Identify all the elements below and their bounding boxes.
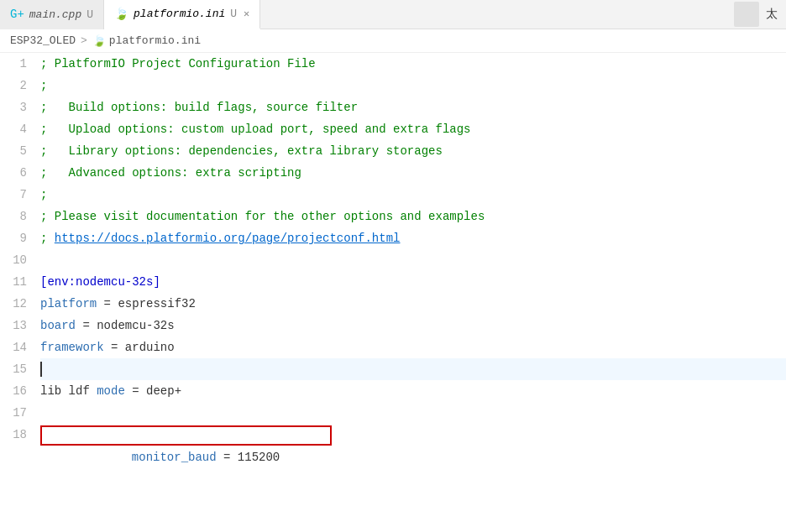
code-line-5: ; Library options: dependencies, extra l… <box>40 140 786 162</box>
pio-tab-icon: 🍃 <box>114 7 128 21</box>
code-link-9[interactable]: https://docs.platformio.org/page/project… <box>55 227 401 249</box>
line-num-15: 15 <box>0 358 34 380</box>
line-num-16: 16 <box>0 380 34 402</box>
tab-label-pio: platformio.ini <box>134 8 225 20</box>
cursor <box>40 362 42 377</box>
code-line-3: ; Build options: build flags, source fil… <box>40 96 786 118</box>
code-text-4: ; Upload options: custom upload port, sp… <box>40 118 470 140</box>
code-line-9: ; https://docs.platformio.org/page/proje… <box>40 227 786 249</box>
code-key-12: platform <box>40 293 97 315</box>
code-line-10 <box>40 249 786 271</box>
code-content: ; PlatformIO Project Configuration File … <box>34 53 786 532</box>
code-val-13: = nodemcu-32s <box>76 315 175 336</box>
breadcrumb-separator: > <box>81 34 87 47</box>
code-val-12: = espressif32 <box>97 293 196 315</box>
code-key-14: framework <box>40 336 104 358</box>
editor: 1 2 3 4 5 6 7 8 9 10 11 12 13 14 15 16 1… <box>0 53 786 532</box>
code-text-8: ; Please visit documentation for the oth… <box>40 206 485 227</box>
code-line-11: [env:nodemcu-32s] <box>40 271 786 293</box>
line-num-18: 18 <box>0 424 34 446</box>
code-text-6: ; Advanced options: extra scripting <box>40 162 301 184</box>
breadcrumb-file: platformio.ini <box>109 34 201 47</box>
code-text-3: ; Build options: build flags, source fil… <box>40 96 358 118</box>
code-line-12: platform = espressif32 <box>40 293 786 315</box>
code-line-2: ; <box>40 75 786 96</box>
code-text-5: ; Library options: dependencies, extra l… <box>40 140 443 162</box>
line-num-6: 6 <box>0 162 34 184</box>
line-num-12: 12 <box>0 293 34 315</box>
tab-label-main-cpp: main.cpp <box>29 8 81 21</box>
app-container: G+ main.cpp U 🍃 platformio.ini U ✕ 太 ESP… <box>0 0 786 532</box>
line-numbers: 1 2 3 4 5 6 7 8 9 10 11 12 13 14 15 16 1… <box>0 53 34 532</box>
code-line-18: monitor_baud = 115200 <box>40 424 786 446</box>
highlight-box: monitor_baud = 115200 <box>40 425 332 446</box>
code-line-16: lib ldf mode = deep+ <box>40 380 786 402</box>
top-right-thumbnail <box>734 2 759 27</box>
line-num-17: 17 <box>0 402 34 424</box>
line-num-2: 2 <box>0 75 34 96</box>
code-line-17 <box>40 402 786 424</box>
code-line-6: ; Advanced options: extra scripting <box>40 162 786 184</box>
tab-platformio-ini[interactable]: 🍃 platformio.ini U ✕ <box>104 0 260 29</box>
code-line-8: ; Please visit documentation for the oth… <box>40 206 786 227</box>
code-text-11: [env:nodemcu-32s] <box>40 271 160 293</box>
tab-close-button[interactable]: ✕ <box>244 8 249 20</box>
code-val-18: = 115200 <box>217 451 280 464</box>
breadcrumb: ESP32_OLED > 🍃 platformio.ini <box>0 29 786 53</box>
code-line-14: framework = arduino <box>40 336 786 358</box>
line-num-5: 5 <box>0 140 34 162</box>
tab-main-cpp[interactable]: G+ main.cpp U <box>0 0 104 29</box>
line-num-3: 3 <box>0 96 34 118</box>
tab-bar: G+ main.cpp U 🍃 platformio.ini U ✕ 太 <box>0 0 786 29</box>
code-key-13: board <box>40 315 76 336</box>
tab-bar-spacer <box>260 0 726 29</box>
tab-modified-pio: U <box>230 8 237 20</box>
breadcrumb-project: ESP32_OLED <box>10 34 76 47</box>
line-num-9: 9 <box>0 227 34 249</box>
code-val-16: = deep+ <box>125 380 181 402</box>
code-line-13: board = nodemcu-32s <box>40 315 786 336</box>
line-num-14: 14 <box>0 336 34 358</box>
code-text-1: ; PlatformIO Project Configuration File <box>40 53 316 75</box>
code-line-7: ; <box>40 184 786 206</box>
code-text-7: ; <box>40 184 47 206</box>
code-text-10 <box>40 249 47 271</box>
code-key-18: monitor_baud <box>132 451 217 464</box>
code-text-9a: ; <box>40 227 55 249</box>
line-num-8: 8 <box>0 206 34 227</box>
top-right-area: 太 <box>726 2 786 27</box>
line-num-1: 1 <box>0 53 34 75</box>
code-line-15 <box>40 358 786 380</box>
tab-modified-main-cpp: U <box>86 8 93 21</box>
line-num-11: 11 <box>0 271 34 293</box>
code-text-17 <box>40 402 47 424</box>
cpp-icon: G+ <box>10 8 24 21</box>
code-text-2: ; <box>40 75 47 96</box>
code-area: 1 2 3 4 5 6 7 8 9 10 11 12 13 14 15 16 1… <box>0 53 786 532</box>
line-num-7: 7 <box>0 184 34 206</box>
code-line-4: ; Upload options: custom upload port, sp… <box>40 118 786 140</box>
code-text-16a: lib ldf <box>40 380 97 402</box>
code-key-16: mode <box>97 380 125 402</box>
line-num-10: 10 <box>0 249 34 271</box>
breadcrumb-pio-icon: 🍃 <box>92 34 106 48</box>
code-line-1: ; PlatformIO Project Configuration File <box>40 53 786 75</box>
line-num-4: 4 <box>0 118 34 140</box>
line-num-13: 13 <box>0 315 34 336</box>
code-val-14: = arduino <box>104 336 175 358</box>
top-right-text: 太 <box>766 7 778 22</box>
